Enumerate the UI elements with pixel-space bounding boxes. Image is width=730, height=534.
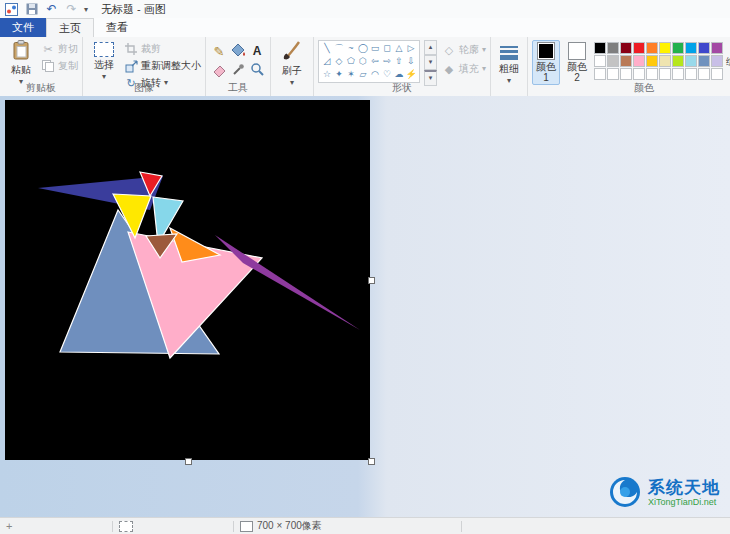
canvas-drawing — [5, 100, 370, 460]
palette-swatch[interactable] — [659, 55, 671, 67]
palette-swatch[interactable] — [594, 68, 606, 80]
group-clipboard: 粘贴 ▾ ✂ 剪切 复制 剪贴板 — [0, 37, 83, 96]
edit-colors-label: 编辑颜色 — [726, 56, 730, 78]
shape-gallery-item[interactable]: ~ — [345, 42, 357, 55]
palette-swatch[interactable] — [659, 42, 671, 54]
save-icon[interactable] — [24, 2, 39, 17]
canvas-resize-handle-right[interactable] — [368, 277, 375, 284]
shape-gallery-item[interactable]: ⌒ — [333, 42, 345, 55]
cut-button[interactable]: ✂ 剪切 — [41, 42, 78, 56]
shape-gallery-item[interactable]: ◯ — [357, 42, 369, 55]
palette-swatch[interactable] — [620, 55, 632, 67]
shape-gallery-item[interactable]: ◇ — [333, 55, 345, 68]
shape-outline-button[interactable]: ◇ 轮廓 ▾ — [442, 43, 486, 57]
shape-gallery-scrollbar: ▴ ▾ ▾ — [424, 40, 437, 86]
tab-home[interactable]: 主页 — [46, 18, 94, 37]
shape-gallery-item[interactable]: ▷ — [405, 42, 417, 55]
shape-gallery-item[interactable]: ◠ — [369, 68, 381, 81]
tab-file[interactable]: 文件 — [0, 18, 46, 37]
shape-gallery-item[interactable]: ⇩ — [405, 55, 417, 68]
redo-icon[interactable]: ↷ — [64, 2, 79, 17]
color2-button[interactable]: 颜色 2 — [563, 40, 591, 85]
shape-gallery-item[interactable]: ⚡ — [405, 68, 417, 81]
palette-swatch[interactable] — [698, 55, 710, 67]
watermark-site[interactable]: XiTongTianDi.net — [648, 497, 720, 507]
palette-swatch[interactable] — [672, 68, 684, 80]
palette-swatch[interactable] — [659, 68, 671, 80]
gallery-scroll-down-icon[interactable]: ▾ — [424, 55, 437, 70]
palette-swatch[interactable] — [672, 42, 684, 54]
palette-swatch[interactable] — [698, 42, 710, 54]
resize-button[interactable]: 重新调整大小 — [124, 59, 201, 73]
drawing-canvas[interactable] — [5, 100, 370, 460]
selection-size-icon — [119, 521, 133, 532]
palette-swatch[interactable] — [633, 68, 645, 80]
size-button[interactable]: 粗细 ▾ — [495, 40, 523, 85]
palette-swatch[interactable] — [633, 42, 645, 54]
shape-gallery-item[interactable]: ▭ — [369, 42, 381, 55]
palette-swatch[interactable] — [698, 68, 710, 80]
tab-view[interactable]: 查看 — [94, 18, 140, 37]
copy-button[interactable]: 复制 — [41, 59, 78, 73]
undo-icon[interactable]: ↶ — [44, 2, 59, 17]
color1-button[interactable]: 颜色 1 — [532, 40, 560, 85]
palette-swatch[interactable] — [646, 68, 658, 80]
canvas-resize-handle-corner[interactable] — [368, 458, 375, 465]
qat-dropdown-icon[interactable]: ▾ — [84, 5, 88, 14]
pencil-icon: ✎ — [214, 44, 225, 59]
gallery-scroll-up-icon[interactable]: ▴ — [424, 40, 437, 55]
text-tool-button[interactable]: A — [248, 42, 266, 60]
ribbon-tabs: 文件 主页 查看 — [0, 18, 730, 37]
palette-swatch[interactable] — [607, 68, 619, 80]
shape-gallery-item[interactable]: ♡ — [381, 68, 393, 81]
palette-swatch[interactable] — [633, 55, 645, 67]
eraser-tool-button[interactable] — [210, 61, 228, 79]
brushes-button[interactable]: 刷子 ▾ — [275, 40, 309, 87]
palette-swatch[interactable] — [646, 55, 658, 67]
fill-tool-button[interactable] — [229, 42, 247, 60]
palette-swatch[interactable] — [594, 55, 606, 67]
palette-swatch[interactable] — [646, 42, 658, 54]
shape-gallery-item[interactable]: ◻ — [381, 42, 393, 55]
shape-fill-button[interactable]: ◆ 填充 ▾ — [442, 62, 486, 76]
shape-gallery-item[interactable]: ⬠ — [345, 55, 357, 68]
shape-gallery-item[interactable]: ◿ — [321, 55, 333, 68]
palette-swatch[interactable] — [620, 68, 632, 80]
magnifier-tool-button[interactable] — [248, 61, 266, 79]
palette-swatch[interactable] — [607, 55, 619, 67]
pencil-tool-button[interactable]: ✎ — [210, 42, 228, 60]
palette-swatch[interactable] — [711, 42, 723, 54]
shape-gallery-item[interactable]: ⇧ — [393, 55, 405, 68]
shape-gallery-item[interactable]: ⬡ — [357, 55, 369, 68]
shape-gallery-item[interactable]: ✦ — [333, 68, 345, 81]
select-button[interactable]: 选择 ▾ — [87, 40, 121, 81]
palette-swatch[interactable] — [711, 68, 723, 80]
palette-swatch[interactable] — [607, 42, 619, 54]
ribbon: 粘贴 ▾ ✂ 剪切 复制 剪贴板 选择 ▾ — [0, 37, 730, 97]
palette-swatch[interactable] — [685, 42, 697, 54]
paste-button[interactable]: 粘贴 ▾ — [4, 40, 38, 86]
canvas-resize-handle-bottom[interactable] — [185, 458, 192, 465]
color-picker-tool-button[interactable] — [229, 61, 247, 79]
shape-gallery-item[interactable]: ▱ — [357, 68, 369, 81]
palette-swatch[interactable] — [685, 68, 697, 80]
shape-gallery-item[interactable]: △ — [393, 42, 405, 55]
shape-gallery-item[interactable]: ⇨ — [381, 55, 393, 68]
edit-colors-button[interactable]: 编辑颜色 — [726, 40, 730, 78]
palette-swatch[interactable] — [672, 55, 684, 67]
image-size-icon — [240, 521, 253, 532]
palette-swatch[interactable] — [594, 42, 606, 54]
shape-gallery-item[interactable]: ⇦ — [369, 55, 381, 68]
shape-gallery-item[interactable]: ✶ — [345, 68, 357, 81]
crop-button[interactable]: 裁剪 — [124, 42, 201, 56]
outline-dropdown-icon: ▾ — [482, 46, 486, 54]
status-bar: + 700 × 700像素 — [0, 517, 730, 534]
shape-gallery-item[interactable]: ╲ — [321, 42, 333, 55]
shape-gallery-item[interactable]: ☁ — [393, 68, 405, 81]
palette-swatch[interactable] — [620, 42, 632, 54]
palette-swatch[interactable] — [711, 55, 723, 67]
palette-swatch[interactable] — [685, 55, 697, 67]
line-thickness-icon — [500, 43, 518, 60]
xitongtiandi-logo-icon — [609, 476, 641, 510]
shape-gallery-item[interactable]: ☆ — [321, 68, 333, 81]
